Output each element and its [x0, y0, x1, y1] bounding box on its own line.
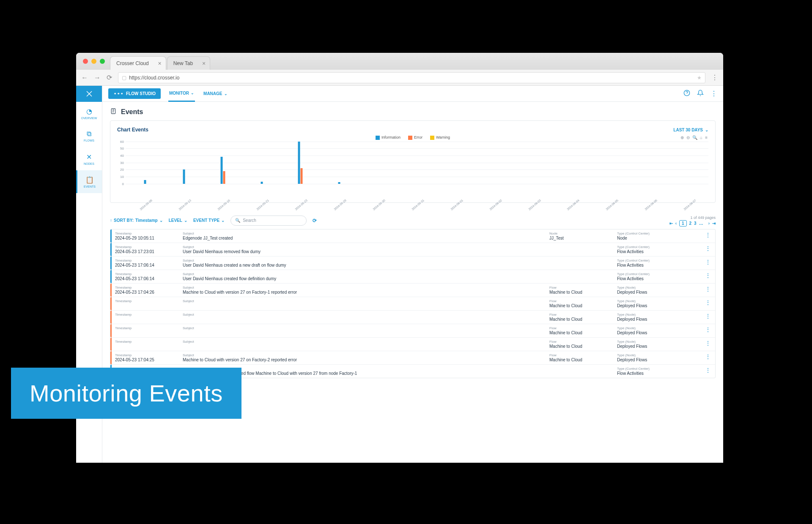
star-icon[interactable]: ★	[697, 75, 702, 81]
rail-item-nodes[interactable]: ✕NODES	[76, 147, 102, 170]
chevron-down-icon: ⌄	[705, 128, 708, 132]
page-number[interactable]: 1	[679, 220, 687, 227]
row-menu-icon[interactable]: ⋮	[705, 353, 711, 362]
bar-information[interactable]	[144, 180, 146, 183]
cell-subject: Edgenode JJ_Test created	[183, 236, 549, 240]
level-stripe	[110, 351, 112, 364]
page-header: Events	[102, 102, 723, 120]
url-field[interactable]: ▢ https://cloud.crosser.io ★	[118, 72, 705, 83]
x-tick: 2024-05-30	[363, 191, 395, 218]
table-row[interactable]: Timestamp Subject FlowMachine to Cloud T…	[110, 297, 715, 311]
bar-error[interactable]	[301, 168, 303, 184]
row-menu-icon[interactable]: ⋮	[705, 299, 711, 308]
search-input[interactable]: 🔍 Search	[230, 216, 307, 226]
x-tick: 2024-05-29	[324, 191, 356, 218]
table-row[interactable]: Timestamp Subject FlowMachine to Cloud T…	[110, 338, 715, 351]
bar-information[interactable]	[261, 182, 263, 184]
app-logo[interactable]	[76, 86, 102, 102]
page-last-icon[interactable]: ⇥	[712, 221, 716, 226]
refresh-button[interactable]: ⟳	[313, 218, 317, 224]
reload-icon[interactable]: ⟳	[107, 74, 112, 82]
row-menu-icon[interactable]: ⋮	[705, 340, 711, 349]
filter-event-type[interactable]: EVENT TYPE⌄	[193, 218, 225, 223]
page-next-icon[interactable]: ›	[708, 221, 710, 226]
browser-tab[interactable]: Crosser Cloud×	[110, 56, 166, 70]
maximize-window-icon[interactable]	[100, 59, 105, 64]
cell-subject: User David Nienhaus created flow definit…	[183, 276, 549, 281]
col-label-timestamp: Timestamp	[115, 272, 183, 276]
table-row[interactable]: Timestamp2024-05-23 17:04:26 SubjectMach…	[110, 284, 715, 297]
rail-label: EVENTS	[84, 185, 96, 188]
page-number[interactable]: 3	[694, 221, 697, 226]
bar-error[interactable]	[223, 171, 225, 184]
row-menu-icon[interactable]: ⋮	[705, 367, 711, 376]
minimize-window-icon[interactable]	[91, 59, 96, 64]
page-number[interactable]: 2	[689, 221, 692, 226]
browser-tab[interactable]: New Tab×	[167, 56, 210, 70]
chart-menu-icon[interactable]: ≡	[705, 135, 708, 140]
row-menu-icon[interactable]: ⋮	[705, 313, 711, 322]
cell-mid: Machine to Cloud	[549, 303, 617, 308]
cell-type: Deployed Flows	[617, 330, 702, 335]
cell-mid: Machine to Cloud	[549, 290, 617, 295]
level-stripe	[110, 338, 112, 351]
row-menu-icon[interactable]: ⋮	[705, 245, 711, 254]
filter-level[interactable]: LEVEL⌄	[169, 218, 187, 223]
bar-information[interactable]	[220, 157, 222, 183]
close-tab-icon[interactable]: ×	[158, 60, 162, 67]
bar-information[interactable]	[183, 169, 185, 183]
app-menu-icon[interactable]: ⋮	[710, 90, 717, 98]
page-icon: ▢	[122, 75, 126, 81]
page-first-icon[interactable]: ⇤	[669, 221, 673, 226]
sort-control[interactable]: ↑ SORT BY: Timestamp ⌄	[110, 218, 163, 223]
table-row[interactable]: Timestamp Subject FlowMachine to Cloud T…	[110, 324, 715, 338]
level-stripe	[110, 229, 112, 243]
x-tick: 2024-05-21	[247, 191, 278, 218]
rail-item-overview[interactable]: ◔OVERVIEW	[76, 102, 102, 125]
table-row[interactable]: Timestamp2024-05-23 17:06:14 SubjectUser…	[110, 270, 715, 284]
bar-information[interactable]	[298, 142, 300, 184]
col-label-type: Type (Control Center)	[617, 259, 702, 262]
rail-item-events[interactable]: 📋EVENTS	[76, 170, 102, 193]
cell-subject: User David Nienhaus created a new draft …	[183, 263, 549, 267]
forward-icon[interactable]: →	[94, 74, 101, 82]
row-menu-icon[interactable]: ⋮	[705, 286, 711, 295]
flow-studio-button[interactable]: ⚬⚬⚬ FLOW STUDIO	[108, 88, 161, 99]
chevron-down-icon: ⌄	[221, 218, 225, 223]
back-icon[interactable]: ←	[81, 74, 88, 82]
col-label-timestamp: Timestamp	[115, 286, 183, 289]
help-icon[interactable]	[683, 90, 690, 98]
row-menu-icon[interactable]: ⋮	[705, 232, 711, 240]
window-controls[interactable]	[83, 59, 105, 64]
rail-item-flows[interactable]: ⧉FLOWS	[76, 125, 102, 147]
table-row[interactable]: Timestamp2024-05-23 17:06:14 SubjectUser…	[110, 257, 715, 270]
table-row[interactable]: Timestamp2024-05-29 10:05:11 SubjectEdge…	[110, 229, 715, 243]
topbar-monitor[interactable]: MONITOR⌄	[168, 86, 195, 102]
range-selector[interactable]: LAST 30 DAYS ⌄	[673, 128, 708, 132]
zoom-out-icon[interactable]: ⊖	[686, 135, 690, 140]
chart-toolbar[interactable]: ⊕ ⊖ 🔍 ⌂ ≡	[680, 135, 708, 140]
table-row[interactable]: Timestamp Subject FlowMachine to Cloud T…	[110, 311, 715, 324]
table-row[interactable]: Timestamp2024-05-23 17:23:01 SubjectUser…	[110, 243, 715, 257]
rail-label: FLOWS	[84, 139, 94, 142]
cell-type: Flow Activities	[617, 276, 702, 281]
zoom-in-icon[interactable]: ⊕	[680, 135, 684, 140]
cell-timestamp: 2024-05-23 17:06:14	[115, 276, 183, 281]
row-menu-icon[interactable]: ⋮	[705, 259, 711, 267]
topbar-manage[interactable]: MANAGE⌄	[203, 86, 228, 102]
reset-zoom-icon[interactable]: ⌂	[700, 135, 702, 140]
close-tab-icon[interactable]: ×	[202, 60, 206, 67]
col-label-mid: Node	[549, 232, 617, 235]
level-stripe	[110, 324, 112, 337]
zoom-select-icon[interactable]: 🔍	[692, 135, 697, 140]
page-number[interactable]: …	[699, 221, 703, 226]
table-row[interactable]: Timestamp2024-05-23 17:04:25 SubjectMach…	[110, 351, 715, 365]
browser-menu-icon[interactable]: ⋮	[711, 74, 718, 82]
page-prev-icon[interactable]: ‹	[675, 221, 677, 226]
notifications-icon[interactable]	[697, 90, 704, 98]
bar-information[interactable]	[338, 182, 340, 183]
chevron-down-icon: ⌄	[191, 91, 194, 95]
row-menu-icon[interactable]: ⋮	[705, 272, 711, 281]
row-menu-icon[interactable]: ⋮	[705, 326, 711, 335]
close-window-icon[interactable]	[83, 59, 88, 64]
